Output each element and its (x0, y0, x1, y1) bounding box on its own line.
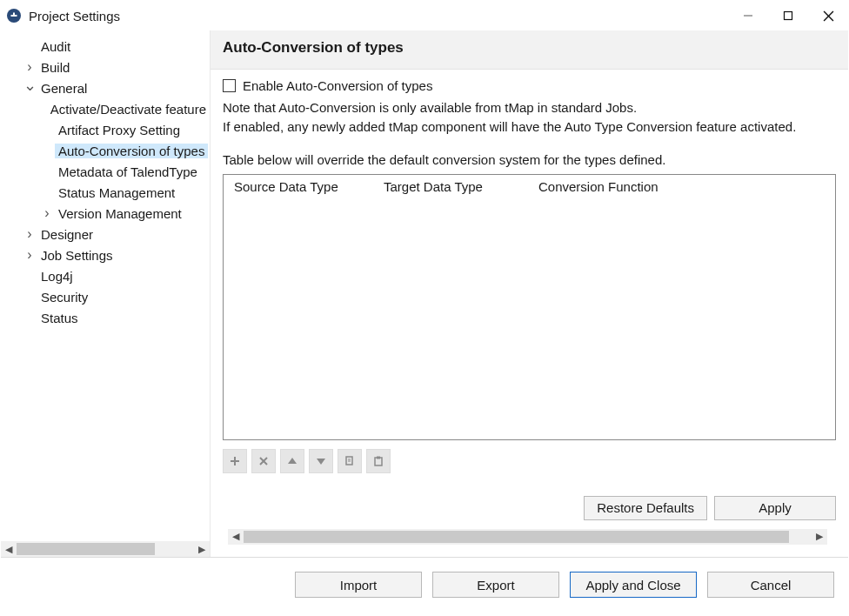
tree-item[interactable]: ⌄General (3, 77, 210, 98)
scroll-right-icon[interactable]: ▶ (194, 541, 210, 557)
tree-item[interactable]: ›Version Management (3, 203, 210, 224)
checkbox-label: Enable Auto-Conversion of types (243, 78, 432, 93)
content-hscroll[interactable]: ◀ ▶ (228, 529, 827, 545)
apply-label: Apply (759, 500, 792, 515)
note-line-2: If enabled, any newly added tMap compone… (223, 117, 836, 137)
tree-item-label: Auto-Conversion of types (55, 144, 208, 158)
close-button[interactable] (808, 2, 848, 30)
tree-item[interactable]: ·Activate/Deactivate feature (3, 98, 210, 119)
svg-rect-17 (377, 456, 380, 459)
tree-item-label: Designer (37, 227, 97, 242)
apply-button[interactable]: Apply (714, 496, 836, 520)
checkbox-box-icon[interactable] (223, 79, 236, 92)
minimize-button[interactable] (728, 2, 768, 30)
tree-item[interactable]: ·Security (3, 286, 210, 307)
app-icon (6, 8, 22, 23)
import-label: Import (340, 578, 378, 593)
apply-and-close-label: Apply and Close (585, 578, 680, 593)
tree-item[interactable]: ·Auto-Conversion of types (3, 140, 210, 161)
paste-button[interactable] (366, 449, 391, 473)
move-down-button[interactable] (309, 449, 333, 473)
conversion-table[interactable]: Source Data Type Target Data Type Conver… (223, 174, 836, 440)
tree-item[interactable]: ›Designer (3, 224, 210, 244)
note-line-1: Note that Auto-Conversion is only availa… (223, 98, 836, 117)
tree-item-label: General (37, 81, 90, 96)
chevron-right-icon[interactable]: › (23, 247, 36, 263)
titlebar: Project Settings (1, 1, 848, 30)
tree-item[interactable]: ›Build (3, 57, 210, 77)
page-title: Auto-Conversion of types (223, 39, 836, 57)
tree-item-label: Audit (37, 39, 74, 54)
export-button[interactable]: Export (432, 572, 559, 598)
tree-item[interactable]: ·Artifact Proxy Setting (3, 119, 210, 140)
tree-item-label: Build (37, 60, 73, 75)
scroll-left-icon[interactable]: ◀ (228, 529, 244, 545)
add-row-button[interactable] (223, 449, 247, 473)
scroll-thumb[interactable] (244, 531, 789, 543)
scroll-track[interactable] (17, 541, 194, 557)
tree-item-label: Log4j (37, 269, 77, 284)
settings-tree: ·Audit›Build⌄General·Activate/Deactivate… (1, 36, 210, 541)
svg-rect-4 (785, 12, 792, 20)
table-toolbar (223, 449, 836, 473)
sidebar: ·Audit›Build⌄General·Activate/Deactivate… (1, 30, 210, 557)
chevron-right-icon[interactable]: › (23, 59, 36, 75)
content-panel: Auto-Conversion of types Enable Auto-Con… (210, 30, 848, 557)
tree-item-label: Artifact Proxy Setting (55, 123, 184, 137)
svg-marker-12 (317, 459, 325, 465)
restore-defaults-label: Restore Defaults (597, 500, 694, 515)
tree-item-label: Security (37, 290, 91, 305)
restore-defaults-button[interactable]: Restore Defaults (584, 496, 707, 520)
export-label: Export (477, 578, 514, 593)
note-text: Note that Auto-Conversion is only availa… (223, 98, 836, 137)
svg-rect-2 (13, 13, 15, 16)
tree-item-label: Version Management (55, 206, 185, 221)
tree-item[interactable]: ›Job Settings (3, 244, 210, 265)
enable-auto-conversion-checkbox[interactable]: Enable Auto-Conversion of types (223, 78, 836, 93)
tree-item-label: Activate/Deactivate feature (47, 102, 210, 117)
chevron-down-icon[interactable]: ⌄ (23, 76, 36, 95)
tree-item[interactable]: ·Status Management (3, 182, 210, 203)
move-up-button[interactable] (280, 449, 304, 473)
table-header: Source Data Type Target Data Type Conver… (224, 175, 835, 199)
copy-button[interactable] (338, 449, 362, 473)
apply-and-close-button[interactable]: Apply and Close (570, 572, 697, 598)
tree-item[interactable]: ·Metadata of TalendType (3, 161, 210, 182)
scroll-thumb[interactable] (17, 543, 155, 555)
tree-item-label: Metadata of TalendType (55, 164, 201, 179)
scroll-track[interactable] (244, 529, 812, 545)
content-header: Auto-Conversion of types (211, 30, 848, 70)
sidebar-hscroll[interactable]: ◀ ▶ (1, 541, 210, 557)
col-target-data-type[interactable]: Target Data Type (378, 176, 533, 198)
import-button[interactable]: Import (295, 572, 422, 598)
remove-row-button[interactable] (251, 449, 276, 473)
tree-item-label: Status (37, 311, 82, 325)
chevron-right-icon[interactable]: › (23, 226, 36, 242)
col-source-data-type[interactable]: Source Data Type (229, 176, 378, 198)
cancel-label: Cancel (751, 578, 792, 593)
scroll-left-icon[interactable]: ◀ (1, 541, 17, 557)
maximize-button[interactable] (768, 2, 808, 30)
tree-item-label: Job Settings (37, 248, 117, 263)
dialog-footer: Import Export Apply and Close Cancel (1, 557, 848, 615)
window-title: Project Settings (29, 9, 120, 23)
cancel-button[interactable]: Cancel (707, 572, 834, 598)
tree-item-label: Status Management (55, 185, 178, 200)
tree-item[interactable]: ·Status (3, 307, 210, 328)
svg-marker-11 (288, 458, 297, 464)
tree-item[interactable]: ·Log4j (3, 265, 210, 286)
col-conversion-function[interactable]: Conversion Function (533, 176, 835, 198)
chevron-right-icon[interactable]: › (41, 205, 53, 221)
scroll-right-icon[interactable]: ▶ (812, 529, 827, 545)
tree-item[interactable]: ·Audit (3, 36, 210, 57)
table-caption: Table below will override the default co… (223, 152, 836, 167)
